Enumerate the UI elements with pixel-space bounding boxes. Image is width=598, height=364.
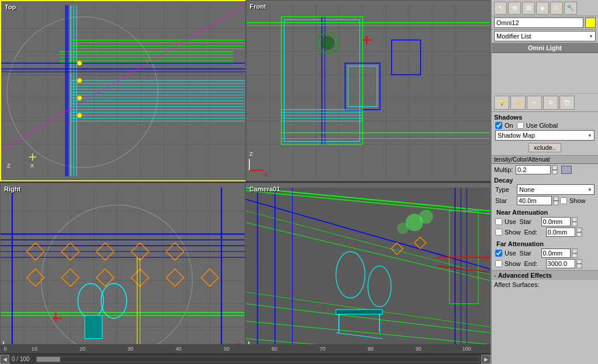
multip-up[interactable]: ▲ [552,165,558,170]
multip-spinner: ▲ ▼ [552,165,558,174]
scroll-right-btn[interactable]: ▶ [481,355,491,364]
near-atten-section: Near Attenuation Use Star ▲ ▼ Show End: … [492,207,598,239]
far-show-label: Show [505,260,521,267]
far-use-checkbox[interactable] [495,250,502,257]
far-end-input[interactable] [546,259,575,268]
far-end-down[interactable]: ▼ [576,264,582,268]
svg-text:X: X [263,171,267,177]
viewport-top-left-label: Top [5,4,16,10]
viewport-bottom-right-label: Camera01 [249,186,280,192]
near-start-spinner: ▲ ▼ [572,217,578,226]
render-icon-btn[interactable]: ⧉ [543,96,558,110]
shadow-type-dropdown[interactable]: Shadow Map ▼ [495,130,594,141]
far-end-up[interactable]: ▲ [576,259,582,264]
modifier-list-dropdown[interactable]: Modifier List ▼ [494,31,596,41]
main-toolbar: ↖ ⊕ ⊞ ◉ ⊙ 🔧 [492,0,598,16]
far-start-label: Star [520,250,540,257]
viewport-bottom-row: Right [0,183,491,364]
timeline-tick-70: 70 [298,346,346,352]
light-properties-empty [492,53,598,94]
shadows-use-global-checkbox[interactable] [517,122,524,129]
hierarchy-tool-btn[interactable]: ⊞ [522,2,535,15]
timeline-tick-50: 50 [203,346,251,352]
object-name-row [492,16,598,30]
timeline-tick-30: 30 [106,346,154,352]
far-atten-label: Far Attenuation [494,240,596,248]
viewport-top-left[interactable]: Top [0,0,246,181]
exclude-btn-row: xclude.. [494,141,596,154]
light-icon-row: 💡 ⚡ ✂ ⧉ 🗔 [492,94,598,112]
motion-tool-btn[interactable]: ◉ [536,2,549,15]
viewport-top-left-canvas: Z X [1,1,245,180]
timeline-tick-20: 20 [58,346,106,352]
far-start-down[interactable]: ▼ [572,253,578,258]
near-start-input[interactable] [541,217,571,226]
timeline-tick-10: 10 [11,346,58,352]
viewport-top-right-label: Front [250,3,266,10]
far-end-label: End: [524,260,545,267]
far-end-spinner: ▲ ▼ [576,259,582,268]
near-end-up[interactable]: ▲ [576,228,582,232]
decay-show-checkbox[interactable] [560,197,567,204]
utilities-tool-btn[interactable]: 🔧 [564,2,577,15]
decay-start-row: Star ▲ ▼ Show [494,195,596,206]
move-tool-btn[interactable]: ⊕ [508,2,521,15]
display-tool-btn[interactable]: ⊙ [550,2,563,15]
timeline-scrollbar[interactable]: ◀ 0 / 100 ▶ [0,354,491,364]
atmo-icon-btn[interactable]: ✂ [527,96,542,110]
far-use-label: Use [505,250,516,257]
far-start-input[interactable] [541,249,571,258]
near-start-down[interactable]: ▼ [572,222,578,226]
intensity-color-box[interactable] [561,166,572,174]
decay-section: Decay Type None ▼ Star ▲ ▼ Show [492,176,598,207]
modifier-dropdown-arrow: ▼ [589,34,593,39]
svg-rect-147 [246,188,490,359]
object-color-swatch[interactable] [585,18,596,28]
multip-down[interactable]: ▼ [552,170,558,174]
near-end-input[interactable] [546,228,575,237]
near-use-checkbox[interactable] [495,218,502,225]
svg-text:X: X [30,162,34,169]
select-tool-btn[interactable]: ↖ [494,2,507,15]
shadow-type-arrow: ▼ [587,133,592,138]
scroll-thumb[interactable] [37,357,60,362]
object-name-input[interactable] [494,18,583,28]
right-panel: ↖ ⊕ ⊞ ◉ ⊙ 🔧 Modifier List ▼ Omni Light 💡… [491,0,598,364]
advanced-effects-label: Advanced Effects [498,272,552,279]
viewport-bottom-left[interactable]: Right [0,183,245,364]
advanced-effects-section[interactable]: - Advanced Effects [492,270,598,280]
near-end-down[interactable]: ▼ [576,232,582,237]
decay-show-label: Show [569,197,586,204]
viewport-top-right[interactable]: Front [246,0,491,181]
decay-start-input[interactable] [517,196,552,205]
svg-rect-97 [1,188,245,359]
timeline-bar: 0 10 20 30 40 50 60 70 80 90 100 [0,344,491,354]
svg-text:Z: Z [249,150,252,157]
shadows-on-checkbox[interactable] [495,122,502,129]
near-end-label: End: [524,229,545,236]
near-show-checkbox[interactable] [495,229,502,236]
far-show-checkbox[interactable] [495,260,502,267]
decay-type-dropdown[interactable]: None ▼ [517,184,594,195]
viewport-bottom-left-canvas: Y X [1,183,245,363]
decay-start-up[interactable]: ▲ [553,196,559,201]
motion-icon-btn[interactable]: ⚡ [510,96,526,110]
multip-label: Multip: [494,166,514,173]
svg-point-85 [321,36,335,50]
scroll-track[interactable] [36,356,480,362]
exclude-button[interactable]: xclude.. [529,143,561,152]
viewport-bottom-right-canvas: Z X [246,183,490,363]
svg-point-48 [77,78,82,83]
decay-start-down[interactable]: ▼ [553,201,559,205]
svg-rect-174 [336,310,383,314]
multip-input[interactable] [516,165,551,174]
viewport-bottom-right[interactable]: Camera01 [245,183,491,364]
decay-type-row: Type None ▼ [494,184,596,195]
viewport-top-right-canvas: Z X [246,1,491,181]
extra-icon-btn[interactable]: 🗔 [559,96,575,110]
far-start-up[interactable]: ▲ [572,249,578,253]
general-icon-btn[interactable]: 💡 [494,96,509,110]
timeline-tick-0: 0 [0,346,11,352]
scroll-left-btn[interactable]: ◀ [0,355,9,364]
near-start-up[interactable]: ▲ [572,217,578,222]
